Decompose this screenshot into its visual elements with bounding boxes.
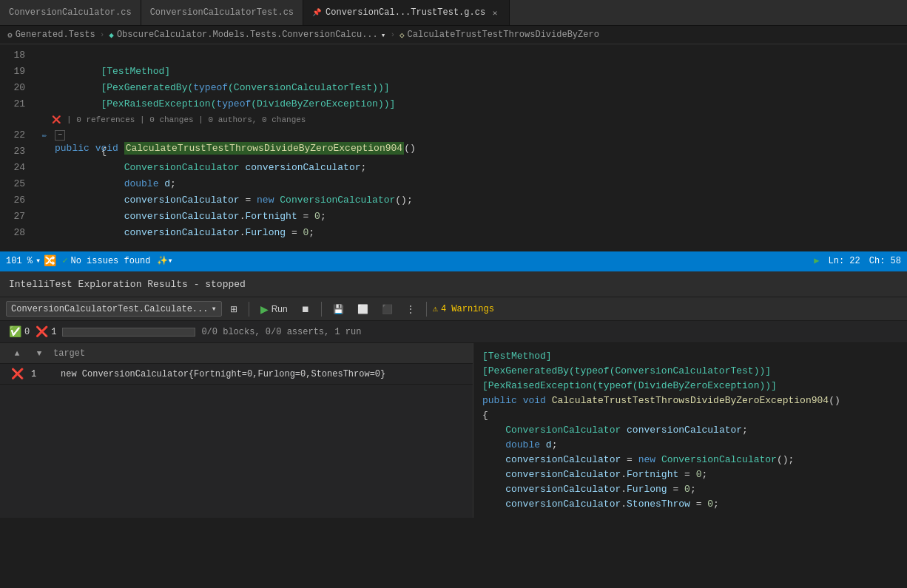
fail-indicator: ❌ 1 — [36, 325, 56, 338]
target-column-header: target — [50, 348, 85, 359]
line-content: conversionCalculator.Furlong = 0; — [52, 225, 907, 241]
sort-icon-asc[interactable]: ▲ — [6, 349, 28, 358]
row-number: 1 — [28, 369, 58, 379]
new-session-button[interactable]: ⊞ — [225, 302, 243, 317]
tab-label: ConversionCal...TrustTest.g.cs — [326, 7, 485, 18]
line-number: 25 — [0, 176, 37, 192]
line-number: 22 — [0, 127, 37, 143]
code-line-23: 23 { — [0, 143, 907, 160]
row-status-icon: ❌ — [6, 368, 28, 380]
zoom-dropdown-icon: ▾ — [36, 255, 41, 266]
code-line-22: 22 ✏ −public void CalculateTrustTestThro… — [0, 127, 907, 143]
code-line-18: 18 — [0, 47, 907, 64]
branch-icon: 🔀 — [44, 254, 56, 267]
test-selector-dropdown[interactable]: ConversionCalculatorTest.Calculate... ▾ — [6, 301, 222, 317]
sort-icon-desc[interactable]: ▼ — [28, 349, 50, 358]
tab-conversion-calculator-test[interactable]: ConversionCalculatorTest.cs — [141, 0, 303, 25]
toolbar-separator-3 — [426, 302, 427, 317]
intellitest-panel: IntelliTest Exploration Results - stoppe… — [0, 270, 907, 518]
breadcrumb-label: CalculateTrustTestThrowsDivideByZero — [408, 30, 599, 40]
line-number: 26 — [0, 192, 37, 209]
breadcrumb-sep-2: › — [390, 30, 395, 39]
tab-conversion-calculator[interactable]: ConversionCalculator.cs — [0, 0, 141, 25]
status-bar: 101 % ▾ 🔀 ✓ No issues found ✨▾ ▶ Ln: 22 … — [0, 251, 907, 270]
line-content: double d; — [52, 176, 907, 192]
line-content: [TestMethod] — [52, 64, 907, 80]
filter-button-2[interactable]: ⬛ — [377, 302, 398, 317]
breadcrumb-label: Generated.Tests — [16, 30, 95, 40]
line-content: conversionCalculator.Fortnight = 0; — [52, 209, 907, 225]
fail-icon: ❌ — [36, 325, 48, 338]
pass-icon: ✅ — [9, 325, 21, 338]
toolbar-separator-2 — [321, 302, 322, 317]
col-info: Ch: 58 — [869, 256, 901, 266]
code-preview-pane: [TestMethod] [PexGeneratedBy(typeof(Conv… — [473, 343, 907, 518]
save-button[interactable]: 💾 — [328, 302, 349, 317]
results-bar: ✅ 0 ❌ 1 0/0 blocks, 0/0 asserts, 1 run — [0, 321, 907, 343]
filter-icon-2: ⬛ — [382, 304, 393, 314]
code-line-28: 28 conversionCalculator.Furlong = 0; — [0, 225, 907, 241]
more-button[interactable]: ⋮ — [401, 302, 420, 317]
code-lines-container: 18 19 [TestMethod] 20 [PexGeneratedBy(ty… — [0, 44, 907, 244]
line-number: 20 — [0, 80, 37, 96]
selector-dropdown-icon: ▾ — [211, 303, 216, 314]
namespace-icon: ◆ — [109, 30, 114, 40]
zoom-level[interactable]: 101 % ▾ 🔀 — [6, 254, 56, 267]
warning-badge: ⚠ 4 Warnings — [433, 303, 494, 314]
breadcrumb-sep-1: › — [100, 30, 105, 39]
line-info: Ln: 22 — [829, 256, 860, 266]
table-header: ▲ ▼ target — [0, 343, 473, 364]
save-icon: 💾 — [333, 304, 344, 314]
line-content: [PexGeneratedBy(typeof(ConversionCalcula… — [52, 80, 907, 96]
code-line-19: 19 [TestMethod] — [0, 64, 907, 80]
selector-label: ConversionCalculatorTest.Calculate... — [11, 304, 208, 314]
pin-icon: 📌 — [312, 8, 321, 17]
line-gutter: ✏ — [37, 129, 52, 141]
code-line-27: 27 conversionCalculator.Fortnight = 0; — [0, 209, 907, 225]
tools-icon: ✨▾ — [157, 255, 173, 266]
breadcrumb-namespace[interactable]: ◆ ObscureCalculator.Models.Tests.Convers… — [104, 26, 390, 44]
filter-button-1[interactable]: ⬜ — [352, 302, 374, 317]
breadcrumb-generated-tests[interactable]: ⚙ Generated.Tests — [3, 26, 100, 44]
code-line-25: 25 double d; — [0, 176, 907, 192]
method-icon: ◇ — [399, 30, 405, 40]
stop-icon: ⏹ — [301, 304, 310, 314]
status-check: ✓ No issues found — [62, 255, 150, 266]
table-row[interactable]: ❌ 1 new ConversionCalculator{Fortnight=0… — [0, 364, 473, 385]
pass-count: 0 — [24, 327, 30, 337]
code-line-20: 20 [PexGeneratedBy(typeof(ConversionCalc… — [0, 80, 907, 96]
new-session-icon: ⊞ — [230, 304, 237, 314]
progress-bar — [62, 328, 195, 337]
code-line-26: 26 conversionCalculator = new Conversion… — [0, 192, 907, 209]
zoom-value: 101 % — [6, 256, 33, 266]
code-line-24: 24 ConversionCalculator conversionCalcul… — [0, 160, 907, 176]
status-message: No issues found — [70, 256, 150, 266]
line-number: 19 — [0, 64, 37, 80]
results-content: ▲ ▼ target ❌ 1 new ConversionCalculator{… — [0, 343, 907, 518]
line-number: 21 — [0, 96, 37, 112]
more-icon: ⋮ — [406, 304, 415, 314]
intellitest-title: IntelliTest Exploration Results - stoppe… — [9, 279, 246, 290]
pass-indicator: ✅ 0 — [9, 325, 30, 338]
collapse-button[interactable]: − — [55, 130, 65, 141]
tab-label: ConversionCalculator.cs — [9, 7, 132, 18]
stop-button[interactable]: ⏹ — [296, 302, 315, 317]
tab-close-button[interactable]: ✕ — [490, 7, 500, 18]
check-icon: ✓ — [62, 255, 67, 266]
line-number: 18 — [0, 47, 37, 64]
run-button[interactable]: ▶ Run — [255, 301, 293, 317]
edit-pencil-icon: ✏ — [38, 129, 50, 141]
filter-icon-1: ⬜ — [357, 304, 368, 314]
breadcrumb-dropdown-icon: ▾ — [381, 30, 386, 40]
tab-trust-test[interactable]: 📌 ConversionCal...TrustTest.g.cs ✕ — [303, 0, 510, 25]
status-right: ▶ Ln: 22 Ch: 58 — [814, 255, 901, 266]
breadcrumb-bar: ⚙ Generated.Tests › ◆ ObscureCalculator.… — [0, 26, 907, 44]
line-content: ConversionCalculator conversionCalculato… — [52, 160, 907, 176]
toolbar-separator-1 — [249, 302, 249, 317]
line-number: 24 — [0, 160, 37, 176]
line-content: conversionCalculator = new ConversionCal… — [52, 192, 907, 209]
run-play-icon: ▶ — [260, 303, 269, 315]
play-icon: ▶ — [814, 255, 819, 266]
breadcrumb-method[interactable]: ◇ CalculateTrustTestThrowsDivideByZero — [395, 26, 604, 44]
line-number: 27 — [0, 209, 37, 225]
